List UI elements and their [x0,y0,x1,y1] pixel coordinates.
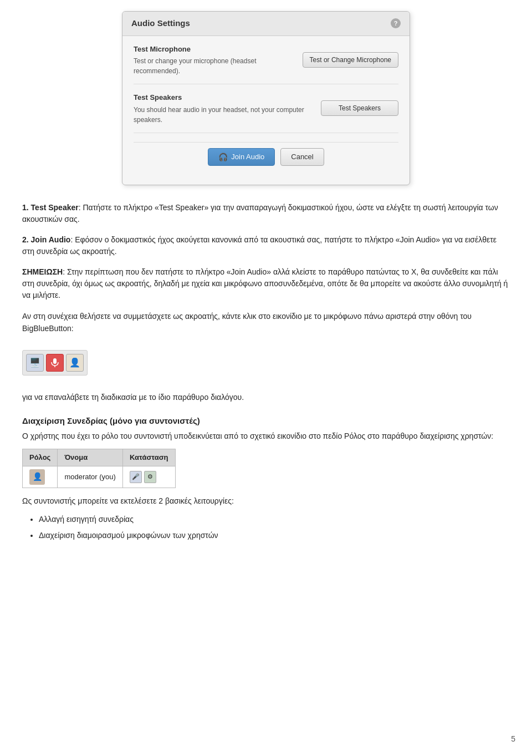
join-audio-label: Join Audio [231,153,264,161]
join-audio-button[interactable]: 🎧 Join Audio [208,148,275,166]
item-1-body: : Πατήστε το πλήκτρο «Test Speaker» για … [22,203,498,224]
screenshot-row: 🖥️ 👤 [26,354,84,372]
mic-status-icon: 🎤 [130,471,142,483]
microphone-icon-box [46,354,64,372]
item-2-body: : Εφόσον ο δοκιμαστικός ήχος ακούγεται κ… [22,235,497,256]
list-item-1: Αλλαγή εισηγητή συνεδρίας [39,514,510,525]
dialog-title-bar: Audio Settings ? [122,12,410,36]
test-speakers-section: Test Speakers You should hear audio in y… [134,92,398,133]
audio-settings-dialog: Audio Settings ? Test Microphone Test or… [122,11,410,185]
test-speakers-desc: You should hear audio in your headset, n… [134,105,314,125]
test-speakers-button[interactable]: Test Speakers [321,100,398,116]
moderator-name: moderator (you) [64,473,115,481]
test-microphone-button[interactable]: Test or Change Microphone [303,52,398,68]
audio-settings-dialog-wrapper: Audio Settings ? Test Microphone Test or… [22,11,510,185]
item-2: 2. Join Audio: Εφόσον ο δοκιμαστικός ήχο… [22,234,510,257]
test-speakers-left: Test Speakers You should hear audio in y… [134,92,321,125]
users-table-wrapper: Ρόλος Όνομα Κατάσταση 👤 moderator (you) … [22,449,510,488]
cancel-button[interactable]: Cancel [280,148,324,166]
note-body: : Στην περίπτωση που δεν πατήστε το πλήκ… [22,267,508,300]
test-speakers-title: Test Speakers [134,92,314,103]
user-avatar: 👤 [29,469,45,485]
table-row: 👤 moderator (you) 🎤 ⚙ [23,466,176,488]
col-header-role: Ρόλος [23,449,58,466]
section-heading: Διαχείριση Συνεδρίας (μόνο για συντονιστ… [22,415,510,428]
test-microphone-section: Test Microphone Test or change your micr… [134,44,398,85]
role-cell: 👤 [23,466,58,488]
headphones-icon: 🎧 [218,153,228,161]
col-header-name: Όνομα [58,449,122,466]
help-icon[interactable]: ? [391,18,401,28]
name-cell: moderator (you) [58,466,122,488]
monitor-icon-box: 🖥️ [26,354,44,372]
item-2-number: 2. [22,235,29,244]
dialog-footer: 🎧 Join Audio Cancel [134,142,398,166]
item-1-number: 1. [22,203,29,212]
users-table: Ρόλος Όνομα Κατάσταση 👤 moderator (you) … [22,449,176,488]
svg-rect-0 [53,358,57,364]
dialog-body: Test Microphone Test or change your micr… [122,36,410,174]
item-1-label: Test Speaker [31,203,79,212]
col-header-status: Κατάσταση [122,449,175,466]
status-cell: 🎤 ⚙ [122,466,175,488]
list-item-2: Διαχείριση διαμοιρασμού μικροφώνων των χ… [39,530,510,541]
bullet-list: Αλλαγή εισηγητή συνεδρίας Διαχείριση δια… [39,514,510,541]
mic-svg [50,358,59,368]
test-microphone-desc: Test or change your microphone (headset … [134,56,296,76]
repeat-text: για να επαναλάβετε τη διαδικασία με το ί… [22,391,510,403]
settings-status-icon: ⚙ [144,471,156,483]
main-content: 1. Test Speaker: Πατήστε το πλήκτρο «Tes… [22,202,510,542]
status-icons: 🎤 ⚙ [130,471,168,483]
test-microphone-row: Test Microphone Test or change your micr… [134,44,398,77]
bbb-toolbar-screenshot: 🖥️ 👤 [22,350,88,376]
person-icon-box: 👤 [66,354,84,372]
test-speakers-row: Test Speakers You should hear audio in y… [134,92,398,125]
item-2-label: Join Audio [31,235,71,244]
dialog-title: Audio Settings [131,17,190,30]
moderator-text: Ως συντονιστής μπορείτε να εκτελέσετε 2 … [22,495,510,507]
item-1-text: 1. Test Speaker: Πατήστε το πλήκτρο «Tes… [22,202,510,225]
note-block: ΣΗΜΕΙΩΣΗ: Στην περίπτωση που δεν πατήστε… [22,266,510,301]
test-microphone-left: Test Microphone Test or change your micr… [134,44,303,77]
follow-up-text: Αν στη συνέχεια θελήσετε να συμμετάσχετε… [22,310,510,335]
item-1: 1. Test Speaker: Πατήστε το πλήκτρο «Tes… [22,202,510,225]
test-microphone-title: Test Microphone [134,44,296,55]
note-text: ΣΗΜΕΙΩΣΗ: Στην περίπτωση που δεν πατήστε… [22,266,510,301]
note-label: ΣΗΜΕΙΩΣΗ [22,267,63,276]
item-2-text: 2. Join Audio: Εφόσον ο δοκιμαστικός ήχο… [22,234,510,257]
section-sub: Ο χρήστης που έχει το ρόλο του συντονιστ… [22,430,510,442]
